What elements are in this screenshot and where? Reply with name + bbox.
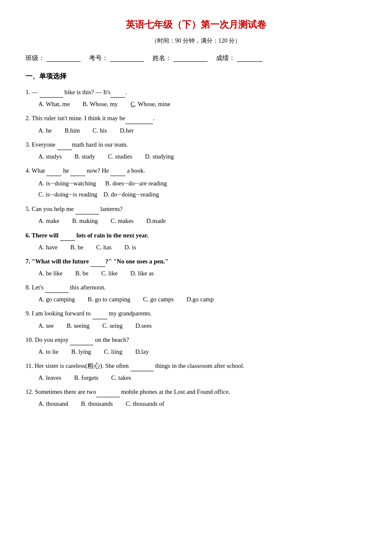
q7-optB: B. be <box>75 269 89 278</box>
q2-optC: C. his <box>92 126 107 136</box>
q9-optA: A. see <box>38 321 54 331</box>
subtitle: （时间：90 分钟，满分：120 分） <box>26 36 366 46</box>
q7-optD: D. like as <box>130 269 154 278</box>
q5-optC: C. makes <box>111 216 134 226</box>
q10-optC: C. liing <box>104 347 123 357</box>
q3-options: A. studys B. study C. studies D. studyin… <box>38 152 366 162</box>
q3-optA: A. studys <box>38 152 62 162</box>
q6-optC: C. has <box>96 243 112 252</box>
question-8: 8. Let's this afternoon. <box>26 282 366 293</box>
question-7: 7. "What will the future ?" "No one uses… <box>26 256 366 267</box>
question-9: 9. I am looking forward to my grandparen… <box>26 308 366 319</box>
q5-optD: D.made <box>147 216 166 226</box>
name-label: 姓名： <box>153 53 172 63</box>
q4-options-row1: A. is···doing···watching B. does···do···… <box>38 178 366 189</box>
q6-optD: D. is <box>124 243 136 252</box>
score-label: 成绩： <box>216 53 235 63</box>
q10-optB: B. lying <box>71 347 91 357</box>
q5-optA: A. make <box>38 216 59 226</box>
q8-optA: A. go camping <box>38 295 75 304</box>
question-3: 3. Everyone math hard in our team. <box>26 139 366 150</box>
question-10: 10. Do you enjoy on the beach? <box>26 334 366 345</box>
q6-optB: B. be <box>70 243 84 252</box>
q7-optC: C. like <box>101 269 118 278</box>
q9-options: A. see B. seeing C. seing D.sees <box>38 321 366 331</box>
q8-optC: C. go camps <box>143 295 174 304</box>
q8-optB: B. go to camping <box>88 295 130 304</box>
q11-optC: C. takes <box>111 373 131 383</box>
q6-options: A. have B. be C. has D. is <box>38 243 366 252</box>
q7-optA: A. be like <box>38 269 63 278</box>
q1-optA: A. What, me <box>38 99 70 109</box>
q11-options: A. leaves B. forgets C. takes <box>38 373 366 383</box>
q4-options: A. is···doing···watching B. does···do···… <box>38 178 366 200</box>
q12-options: A. thousand B. thousands C. thousands of <box>38 399 366 409</box>
q3-optB: B. study <box>75 152 95 162</box>
q9-optB: B. seeing <box>66 321 89 331</box>
section1-title: 一、单项选择 <box>26 71 366 82</box>
q12-optA: A. thousand <box>38 399 68 409</box>
question-12: 12. Sometimes there are two mobile phone… <box>26 386 366 397</box>
class-blank <box>46 54 81 62</box>
exam-blank <box>110 54 144 62</box>
q3-optD: D. studying <box>145 152 174 162</box>
question-4: 4. What he now? He a book. <box>26 165 366 176</box>
q2-optA: A. he <box>38 126 52 136</box>
q1-optB: B. Whose, my <box>83 99 118 109</box>
q10-options: A. to lie B. lying C. liing D.lay <box>38 347 366 357</box>
q7-options: A. be like B. be C. like D. like as <box>38 269 366 278</box>
q4-options-row2: C. is···doing···is reading D. do···doing… <box>38 189 366 200</box>
q8-options: A. go camping B. go to camping C. go cam… <box>38 295 366 304</box>
q2-optD: D.her <box>120 126 134 136</box>
q9-optD: D.sees <box>135 321 152 331</box>
score-blank <box>237 54 262 62</box>
name-blank <box>173 54 208 62</box>
q5-options: A. make B. making C. makes D.made <box>38 216 366 226</box>
exam-label: 考号： <box>89 53 108 63</box>
page-title: 英语七年级（下）第一次月测试卷 <box>26 17 366 32</box>
question-2: 2. This ruler isn't mine. I think it may… <box>26 113 366 124</box>
q2-optB: B.him <box>64 126 80 136</box>
q10-optD: D.lay <box>135 347 149 357</box>
q10-optA: A. to lie <box>38 347 58 357</box>
q1-options: A. What, me B. Whose, my C. Whose, mine <box>38 99 366 109</box>
q9-optC: C. seing <box>102 321 123 331</box>
q2-options: A. he B.him C. his D.her <box>38 126 366 136</box>
question-5: 5. Can you help me lanterns? <box>26 203 366 214</box>
q6-optA: A. have <box>38 243 58 252</box>
class-label: 班级： <box>26 53 45 63</box>
q3-optC: C. studies <box>108 152 132 162</box>
q12-optB: B. thousands <box>81 399 113 409</box>
info-row: 班级： 考号： 姓名： 成绩： <box>26 53 366 63</box>
question-6: 6. There will lots of rain in the next y… <box>26 230 366 241</box>
q8-optD: D.go camp <box>187 295 214 304</box>
q11-optB: B. forgets <box>74 373 98 383</box>
question-11: 11. Her sister is careless(粗心). She ofte… <box>26 360 366 371</box>
q12-optC: C. thousands of <box>126 399 164 409</box>
q5-optB: B. making <box>72 216 98 226</box>
q1-optC: C. Whose, mine <box>131 99 170 109</box>
q11-optA: A. leaves <box>38 373 61 383</box>
q1-num: 1. — bike is this? — It's. <box>26 89 127 95</box>
question-1: 1. — bike is this? — It's. <box>26 87 366 98</box>
